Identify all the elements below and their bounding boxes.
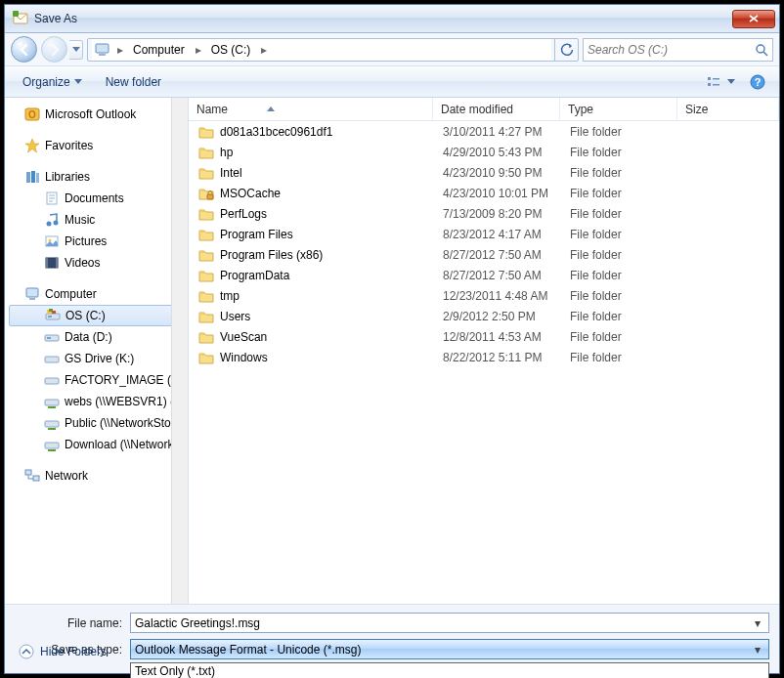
sidebar-item-outlook[interactable]: OMicrosoft Outlook <box>5 104 188 125</box>
sidebar-item-documents[interactable]: Documents <box>5 188 188 209</box>
table-row[interactable]: ProgramData8/27/2012 7:50 AMFile folder <box>189 265 779 285</box>
column-size[interactable]: Size <box>677 98 779 120</box>
view-options-button[interactable] <box>701 70 740 94</box>
table-row[interactable]: hp4/29/2010 5:43 PMFile folder <box>189 142 779 162</box>
svg-rect-15 <box>36 173 39 183</box>
file-date: 4/23/2010 10:01 PM <box>443 187 570 200</box>
column-type[interactable]: Type <box>560 98 677 120</box>
file-date: 3/10/2011 4:27 PM <box>443 125 570 139</box>
star-icon <box>24 138 40 153</box>
sidebar-item-computer[interactable]: Computer <box>5 283 188 305</box>
sidebar-label: Favorites <box>45 139 93 152</box>
sidebar-label: Libraries <box>45 170 90 184</box>
toolbar: Organize New folder ? <box>5 66 779 98</box>
sidebar-scrollbar[interactable] <box>171 98 188 604</box>
column-date[interactable]: Date modified <box>433 98 560 120</box>
table-row[interactable]: tmp12/23/2011 4:48 AMFile folder <box>189 285 779 306</box>
search-box[interactable] <box>583 38 773 62</box>
sidebar-item-datad[interactable]: Data (D:) <box>5 326 188 348</box>
chevron-right-icon[interactable]: ▸ <box>113 43 127 57</box>
refresh-button[interactable] <box>554 39 578 61</box>
sidebar-item-network[interactable]: Network <box>5 465 188 487</box>
sidebar-item-pictures[interactable]: Pictures <box>5 231 188 252</box>
file-list[interactable]: d081a31bcec0961df13/10/2011 4:27 PMFile … <box>189 121 779 604</box>
file-type: File folder <box>570 289 687 303</box>
sidebar-item-osc[interactable]: OS (C:) <box>9 305 184 326</box>
sidebar-item-download[interactable]: Download (\\NetworkStorage) <box>5 434 188 455</box>
sidebar-item-favorites[interactable]: Favorites <box>5 135 188 156</box>
breadcrumb-osc[interactable]: OS (C:) <box>205 38 258 62</box>
svg-rect-37 <box>45 443 59 448</box>
filename-input[interactable]: Galactic Greetings!.msg ▾ <box>130 613 769 633</box>
savetype-dropdown[interactable]: Outlook Message Format - Unicode (*.msg)… <box>130 639 769 659</box>
file-name: PerfLogs <box>220 207 443 221</box>
chevron-right-icon[interactable]: ▸ <box>192 43 205 57</box>
table-row[interactable]: VueScan12/8/2011 4:53 AMFile folder <box>189 326 779 347</box>
sidebar-item-videos[interactable]: Videos <box>5 252 188 274</box>
file-date: 8/27/2012 7:50 AM <box>443 248 570 262</box>
svg-rect-22 <box>46 258 48 268</box>
sidebar-label: Videos <box>65 256 100 270</box>
folder-icon <box>198 329 214 345</box>
network-drive-icon <box>44 394 60 409</box>
forward-button[interactable] <box>41 36 67 63</box>
svg-point-17 <box>47 222 52 227</box>
savetype-dropdown-list[interactable]: Text Only (*.txt)Outlook Template (*.oft… <box>130 662 769 678</box>
sidebar-item-gsdrive[interactable]: GS Drive (K:) <box>5 348 188 369</box>
column-name[interactable]: Name <box>189 98 433 120</box>
dropdown-option[interactable]: Text Only (*.txt) <box>131 663 768 678</box>
organize-button[interactable]: Organize <box>13 71 92 93</box>
table-row[interactable]: Program Files (x86)8/27/2012 7:50 AMFile… <box>189 244 779 265</box>
table-row[interactable]: d081a31bcec0961df13/10/2011 4:27 PMFile … <box>189 121 779 142</box>
sidebar-item-webs[interactable]: webs (\\WEBSVR1) (W:) <box>5 391 188 412</box>
drive-icon <box>44 329 60 345</box>
table-row[interactable]: PerfLogs7/13/2009 8:20 PMFile folder <box>189 203 779 224</box>
chevron-up-icon <box>19 644 34 659</box>
table-row[interactable]: Windows8/22/2012 5:11 PMFile folder <box>189 347 779 367</box>
back-button[interactable] <box>11 36 37 63</box>
libraries-icon <box>24 169 40 185</box>
folder-icon <box>198 288 214 304</box>
nav-history-button[interactable] <box>69 40 83 60</box>
help-button[interactable]: ? <box>744 70 771 94</box>
svg-rect-39 <box>33 476 39 481</box>
hide-folders-button[interactable]: Hide Folders <box>19 644 107 659</box>
address-bar[interactable]: ▸ Computer ▸ OS (C:) ▸ <box>92 38 551 62</box>
file-type: File folder <box>570 269 687 282</box>
chevron-down-icon[interactable]: ▾ <box>751 616 764 630</box>
sidebar-item-music[interactable]: Music <box>5 209 188 231</box>
svg-rect-40 <box>207 194 213 199</box>
sidebar-item-libraries[interactable]: Libraries <box>5 166 188 188</box>
sidebar-label: Computer <box>45 287 97 301</box>
sidebar-item-factory[interactable]: FACTORY_IMAGE (Q:) <box>5 369 188 391</box>
new-folder-button[interactable]: New folder <box>96 71 171 93</box>
sidebar-label: GS Drive (K:) <box>65 352 134 365</box>
chevron-right-icon[interactable]: ▸ <box>257 43 271 57</box>
file-date: 8/27/2012 7:50 AM <box>443 269 570 282</box>
organize-label: Organize <box>22 75 70 89</box>
file-type: File folder <box>570 146 687 159</box>
save-as-dialog: Save As ▸ Computer ▸ OS (C:) ▸ <box>4 4 780 674</box>
computer-icon <box>94 41 111 59</box>
svg-rect-8 <box>713 84 719 86</box>
search-input[interactable] <box>588 43 755 57</box>
network-drive-icon <box>44 437 60 452</box>
file-name: tmp <box>220 289 443 303</box>
close-button[interactable] <box>732 10 775 28</box>
search-icon[interactable] <box>755 43 768 57</box>
table-row[interactable]: Users2/9/2012 2:50 PMFile folder <box>189 306 779 326</box>
svg-rect-6 <box>708 83 711 86</box>
file-date: 4/29/2010 5:43 PM <box>443 146 570 159</box>
table-row[interactable]: MSOCache4/23/2010 10:01 PMFile folder <box>189 183 779 203</box>
chevron-down-icon[interactable]: ▾ <box>751 643 764 657</box>
breadcrumb-computer[interactable]: Computer <box>127 38 192 62</box>
svg-rect-23 <box>56 258 58 268</box>
sidebar-item-public[interactable]: Public (\\NetworkStorage) <box>5 412 188 434</box>
svg-rect-1 <box>13 11 19 17</box>
table-row[interactable]: Intel4/23/2010 9:50 PMFile folder <box>189 162 779 183</box>
file-date: 2/9/2012 2:50 PM <box>443 310 570 323</box>
file-name: VueScan <box>220 330 443 344</box>
sidebar-label: Microsoft Outlook <box>45 107 136 121</box>
sidebar-label: Pictures <box>65 234 107 248</box>
table-row[interactable]: Program Files8/23/2012 4:17 AMFile folde… <box>189 224 779 244</box>
